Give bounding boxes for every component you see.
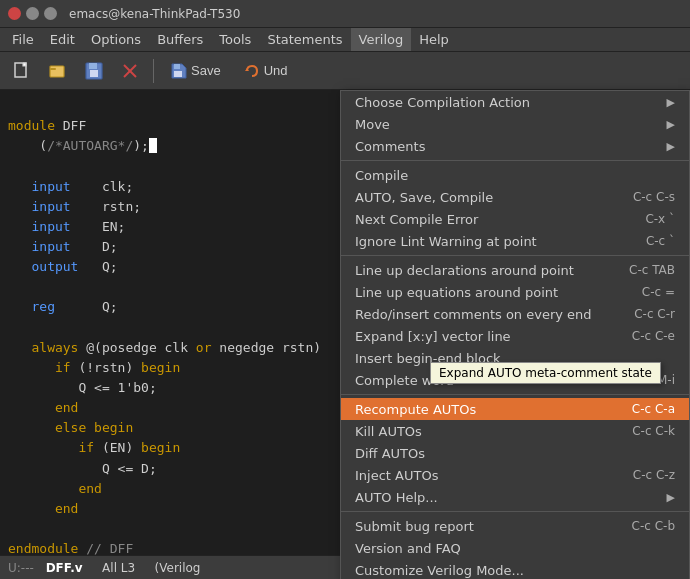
title-bar: emacs@kena-ThinkPad-T530 <box>0 0 690 28</box>
menu-comments[interactable]: Comments ▶ <box>341 135 689 157</box>
code-line: end <box>8 499 332 519</box>
status-filename: DFF.v <box>46 561 83 575</box>
menu-buffers[interactable]: Buffers <box>149 28 211 51</box>
menu-kill-autos[interactable]: Kill AUTOs C-c C-k <box>341 420 689 442</box>
menu-shortcut: C-c C-k <box>632 424 675 438</box>
menu-item-label: Redo/insert comments on every end <box>355 307 592 322</box>
code-line: reg Q; <box>8 297 332 317</box>
menu-item-label: Expand [x:y] vector line <box>355 329 511 344</box>
close-x-button[interactable] <box>114 56 146 86</box>
menu-separator <box>341 511 689 512</box>
save-button[interactable]: Save <box>161 57 230 85</box>
menu-separator <box>341 394 689 395</box>
code-editor[interactable]: module DFF (/*AUTOARG*/); input clk; inp… <box>0 90 340 555</box>
minimize-button[interactable] <box>26 7 39 20</box>
menu-item-label: Line up declarations around point <box>355 263 574 278</box>
window-buttons <box>8 7 57 20</box>
menu-item-label: Diff AUTOs <box>355 446 425 461</box>
menu-expand-vector[interactable]: Expand [x:y] vector line C-c C-e <box>341 325 689 347</box>
menu-next-compile-error[interactable]: Next Compile Error C-x ` <box>341 208 689 230</box>
status-all: All L3 <box>102 561 135 575</box>
maximize-button[interactable] <box>44 7 57 20</box>
menu-tools[interactable]: Tools <box>211 28 259 51</box>
close-button[interactable] <box>8 7 21 20</box>
code-line <box>8 318 332 338</box>
status-dashes: U:--- <box>8 561 34 575</box>
code-line: else begin <box>8 418 332 438</box>
menu-bar: File Edit Options Buffers Tools Statemen… <box>0 28 690 52</box>
new-button[interactable] <box>6 56 38 86</box>
code-line <box>8 519 332 539</box>
menu-item-label: AUTO, Save, Compile <box>355 190 493 205</box>
code-line: Q <= 1'b0; <box>8 378 332 398</box>
undo-button[interactable]: Und <box>234 57 297 85</box>
submenu-arrow: ▶ <box>667 118 675 131</box>
menu-item-label: Inject AUTOs <box>355 468 438 483</box>
menu-lineup-equations[interactable]: Line up equations around point C-c = <box>341 281 689 303</box>
menu-item-label: Customize Verilog Mode... <box>355 563 524 578</box>
toolbar-separator-1 <box>153 59 154 83</box>
tooltip: Expand AUTO meta-comment state <box>430 362 661 384</box>
svg-rect-8 <box>174 64 180 69</box>
svg-rect-5 <box>90 70 98 77</box>
code-line: (/*AUTOARG*/); <box>8 136 332 156</box>
toolbar: Save Und <box>0 52 690 90</box>
menu-verilog[interactable]: Verilog <box>351 28 412 51</box>
menu-compile[interactable]: Compile <box>341 164 689 186</box>
menu-options[interactable]: Options <box>83 28 149 51</box>
save-label: Save <box>191 63 221 78</box>
code-line: input D; <box>8 237 332 257</box>
menu-choose-compilation[interactable]: Choose Compilation Action ▶ <box>341 91 689 113</box>
menu-shortcut: C-x ` <box>645 212 675 226</box>
menu-shortcut: C-c C-s <box>633 190 675 204</box>
menu-recompute-autos[interactable]: Recompute AUTOs C-c C-a <box>341 398 689 420</box>
code-line <box>8 277 332 297</box>
code-line: module DFF <box>8 116 332 136</box>
menu-auto-save-compile[interactable]: AUTO, Save, Compile C-c C-s <box>341 186 689 208</box>
submenu-arrow: ▶ <box>667 140 675 153</box>
menu-statements[interactable]: Statements <box>259 28 350 51</box>
menu-item-label: Ignore Lint Warning at point <box>355 234 537 249</box>
save-toolbar-button[interactable] <box>78 56 110 86</box>
menu-item-label: Recompute AUTOs <box>355 402 476 417</box>
menu-item-label: Kill AUTOs <box>355 424 422 439</box>
undo-label: Und <box>264 63 288 78</box>
menu-edit[interactable]: Edit <box>42 28 83 51</box>
tooltip-text: Expand AUTO meta-comment state <box>439 366 652 380</box>
menu-item-label: Choose Compilation Action <box>355 95 530 110</box>
menu-shortcut: C-c C-a <box>632 402 675 416</box>
menu-lineup-declarations[interactable]: Line up declarations around point C-c TA… <box>341 259 689 281</box>
menu-help[interactable]: Help <box>411 28 457 51</box>
menu-customize-verilog[interactable]: Customize Verilog Mode... <box>341 559 689 579</box>
menu-ignore-lint[interactable]: Ignore Lint Warning at point C-c ` <box>341 230 689 252</box>
code-line: Q <= D; <box>8 459 332 479</box>
code-line: input rstn; <box>8 197 332 217</box>
menu-item-label: Move <box>355 117 390 132</box>
svg-rect-9 <box>174 71 182 77</box>
menu-inject-autos[interactable]: Inject AUTOs C-c C-z <box>341 464 689 486</box>
code-line: endmodule // DFF <box>8 539 332 555</box>
menu-move[interactable]: Move ▶ <box>341 113 689 135</box>
status-separator2 <box>87 561 98 575</box>
status-separator <box>38 561 42 575</box>
menu-submit-bug[interactable]: Submit bug report C-c C-b <box>341 515 689 537</box>
menu-auto-help[interactable]: AUTO Help... ▶ <box>341 486 689 508</box>
menu-file[interactable]: File <box>4 28 42 51</box>
code-line: if (EN) begin <box>8 438 332 458</box>
menu-redo-comments[interactable]: Redo/insert comments on every end C-c C-… <box>341 303 689 325</box>
menu-item-label: Submit bug report <box>355 519 474 534</box>
submenu-arrow: ▶ <box>667 96 675 109</box>
menu-version-faq[interactable]: Version and FAQ <box>341 537 689 559</box>
open-button[interactable] <box>42 56 74 86</box>
code-line: input clk; <box>8 177 332 197</box>
window-title: emacs@kena-ThinkPad-T530 <box>69 7 240 21</box>
code-line: if (!rstn) begin <box>8 358 332 378</box>
menu-item-label: Version and FAQ <box>355 541 461 556</box>
menu-diff-autos[interactable]: Diff AUTOs <box>341 442 689 464</box>
status-mode: (Verilog <box>155 561 201 575</box>
code-line <box>8 96 332 116</box>
menu-item-label: Next Compile Error <box>355 212 478 227</box>
menu-shortcut: C-c C-b <box>632 519 675 533</box>
code-line: input EN; <box>8 217 332 237</box>
status-separator3 <box>139 561 150 575</box>
